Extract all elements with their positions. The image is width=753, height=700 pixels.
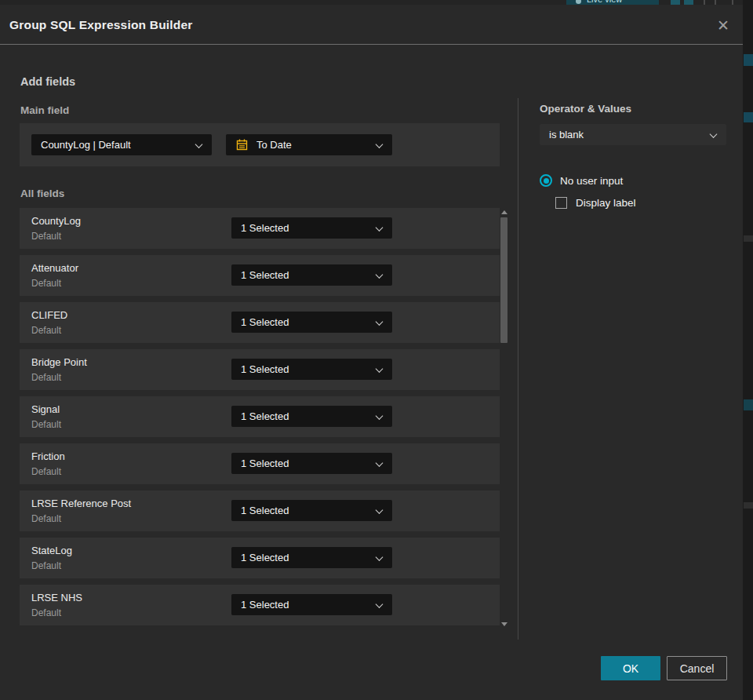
field-name: StateLog: [31, 545, 72, 556]
chevron-down-icon: [376, 553, 384, 561]
field-selected-value: 1 Selected: [241, 552, 289, 563]
field-name: Attenuator: [31, 262, 78, 274]
scroll-up-icon[interactable]: [501, 210, 507, 214]
field-row: Attenuator Default 1 Selected: [20, 255, 500, 296]
background-fragment: [744, 502, 753, 509]
no-user-input-radio[interactable]: No user input: [540, 174, 623, 187]
radio-dot: [544, 178, 549, 184]
chevron-down-icon: [376, 140, 384, 148]
background-fragment: [744, 235, 753, 242]
field-selected-dropdown[interactable]: 1 Selected: [231, 547, 392, 568]
field-selected-value: 1 Selected: [241, 505, 289, 516]
background-fragment: [744, 54, 753, 66]
checkbox-icon: [555, 197, 567, 209]
calendar-icon: [235, 138, 249, 151]
chevron-down-icon: [376, 365, 384, 373]
field-subtitle: Default: [31, 560, 61, 571]
main-field-dropdown-value: CountyLog | Default: [41, 139, 131, 151]
field-subtitle: Default: [31, 419, 61, 430]
field-selected-value: 1 Selected: [241, 599, 289, 611]
list-scrollbar[interactable]: [499, 208, 510, 629]
no-user-input-label: No user input: [560, 175, 623, 187]
field-subtitle: Default: [31, 325, 61, 336]
field-selected-dropdown[interactable]: 1 Selected: [231, 264, 392, 286]
main-field-value-dropdown[interactable]: To Date: [226, 134, 392, 155]
main-field-container: CountyLog | Default To Date: [20, 123, 500, 166]
field-row: Bridge Point Default 1 Selected: [20, 349, 500, 390]
operator-values-heading: Operator & Values: [540, 103, 631, 115]
scrollbar-thumb[interactable]: [500, 217, 507, 343]
field-selected-dropdown[interactable]: 1 Selected: [231, 359, 392, 380]
chevron-down-icon: [376, 271, 384, 279]
background-fragment: [744, 112, 753, 122]
field-selected-dropdown[interactable]: 1 Selected: [231, 217, 392, 239]
chevron-down-icon: [376, 224, 384, 232]
all-fields-label: All fields: [20, 188, 64, 199]
chevron-down-icon: [376, 412, 384, 420]
field-selected-dropdown[interactable]: 1 Selected: [231, 594, 392, 615]
field-subtitle: Default: [31, 231, 61, 242]
chevron-down-icon: [710, 130, 718, 138]
field-subtitle: Default: [31, 466, 61, 477]
main-field-value: To Date: [256, 139, 292, 151]
live-view-label: Live view: [587, 0, 622, 4]
field-name: Bridge Point: [31, 356, 87, 368]
field-name: Signal: [31, 403, 60, 415]
dialog-title: Group SQL Expression Builder: [9, 5, 193, 45]
live-view-dot-icon: [576, 0, 581, 4]
operator-dropdown-value: is blank: [549, 129, 584, 140]
field-selected-dropdown[interactable]: 1 Selected: [231, 453, 392, 474]
display-label-checkbox[interactable]: Display label: [555, 197, 636, 209]
close-icon[interactable]: ✕: [708, 10, 738, 40]
background-fragment: [744, 399, 753, 410]
field-row: Signal Default 1 Selected: [20, 396, 500, 437]
field-selected-dropdown[interactable]: 1 Selected: [231, 312, 392, 333]
field-selected-value: 1 Selected: [241, 458, 289, 469]
scroll-down-icon[interactable]: [501, 622, 507, 626]
field-selected-value: 1 Selected: [241, 222, 289, 234]
dialog-header: Group SQL Expression Builder ✕: [0, 5, 743, 45]
display-label-text: Display label: [576, 197, 636, 209]
field-row: LRSE Reference Post Default 1 Selected: [20, 490, 500, 531]
field-selected-value: 1 Selected: [241, 410, 289, 422]
ok-button[interactable]: OK: [601, 656, 660, 680]
field-subtitle: Default: [31, 607, 61, 618]
field-subtitle: Default: [31, 278, 61, 289]
field-name: Friction: [31, 450, 65, 462]
panel-divider: [518, 98, 518, 640]
field-subtitle: Default: [31, 513, 61, 524]
chevron-down-icon: [376, 506, 384, 514]
cancel-button[interactable]: Cancel: [667, 656, 727, 680]
main-field-label: Main field: [20, 104, 69, 116]
field-name: LRSE NHS: [31, 592, 82, 603]
field-row: LRSE NHS Default 1 Selected: [20, 585, 500, 625]
background-right-strip: [743, 0, 753, 700]
field-selected-value: 1 Selected: [241, 363, 289, 375]
field-selected-value: 1 Selected: [241, 316, 289, 328]
chevron-down-icon: [376, 318, 384, 326]
main-field-dropdown[interactable]: CountyLog | Default: [31, 134, 212, 155]
field-selected-dropdown[interactable]: 1 Selected: [231, 500, 392, 521]
operator-dropdown[interactable]: is blank: [540, 124, 726, 145]
field-name: CountyLog: [31, 215, 81, 227]
all-fields-list: CountyLog Default 1 Selected Attenuator …: [20, 208, 500, 632]
field-selected-dropdown[interactable]: 1 Selected: [231, 406, 392, 427]
field-subtitle: Default: [31, 372, 61, 383]
chevron-down-icon: [376, 459, 384, 467]
field-row: CountyLog Default 1 Selected: [20, 208, 500, 249]
chevron-down-icon: [376, 600, 384, 608]
field-row: Friction Default 1 Selected: [20, 443, 500, 484]
field-row: CLIFED Default 1 Selected: [20, 302, 500, 343]
field-selected-value: 1 Selected: [241, 269, 289, 281]
field-row: StateLog Default 1 Selected: [20, 538, 500, 578]
add-fields-heading: Add fields: [20, 75, 75, 88]
field-name: CLIFED: [31, 309, 67, 321]
chevron-down-icon: [195, 140, 203, 148]
radio-icon: [540, 174, 552, 187]
field-name: LRSE Reference Post: [31, 498, 131, 509]
group-sql-expression-builder-dialog: Group SQL Expression Builder ✕ Add field…: [0, 5, 743, 700]
